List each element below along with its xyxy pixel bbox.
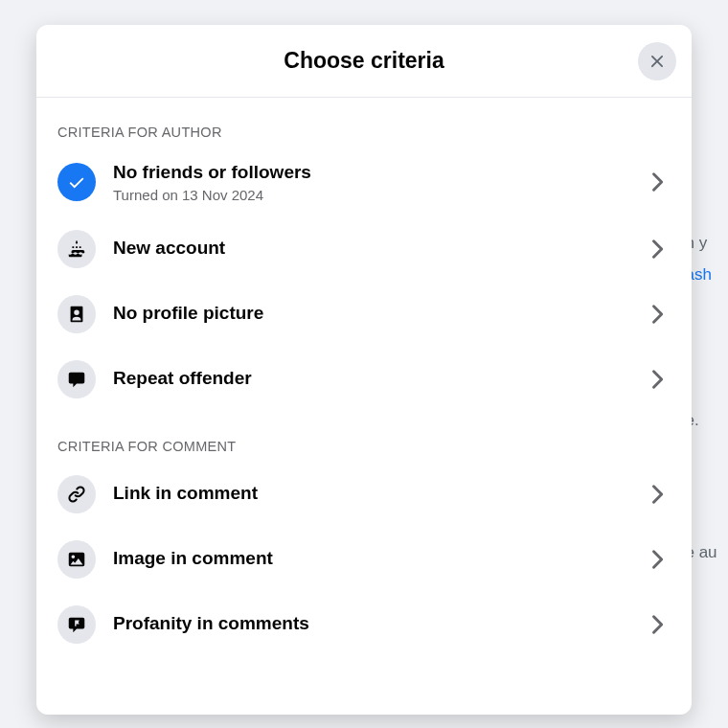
modal-body[interactable]: CRITERIA FOR AUTHOR No friends or follow… xyxy=(36,98,692,715)
row-label: Profanity in comments xyxy=(113,612,638,636)
chevron-right-icon xyxy=(644,546,671,573)
chevron-right-icon xyxy=(644,481,671,508)
close-button[interactable] xyxy=(638,42,676,80)
criteria-row-profanity[interactable]: Profanity in comments xyxy=(36,592,692,657)
row-label: Repeat offender xyxy=(113,367,638,391)
chevron-right-icon xyxy=(644,301,671,328)
criteria-row-no-picture[interactable]: No profile picture xyxy=(36,282,692,347)
close-icon xyxy=(647,51,668,72)
row-label: No profile picture xyxy=(113,302,638,326)
link-icon xyxy=(57,475,96,513)
row-label: No friends or followers xyxy=(113,161,638,185)
section-heading-comment: CRITERIA FOR COMMENT xyxy=(36,412,692,462)
chevron-right-icon xyxy=(644,236,671,262)
chevron-right-icon xyxy=(644,169,671,195)
row-label: New account xyxy=(113,237,638,261)
criteria-row-no-friends[interactable]: No friends or followers Turned on 13 Nov… xyxy=(36,148,692,216)
speech-x-icon xyxy=(57,360,96,398)
modal-header: Choose criteria xyxy=(36,25,692,98)
row-label: Link in comment xyxy=(113,482,638,506)
chevron-right-icon xyxy=(644,611,671,638)
speech-flag-icon xyxy=(57,605,96,644)
row-sublabel: Turned on 13 Nov 2024 xyxy=(113,187,638,203)
check-circle-icon xyxy=(57,163,96,201)
criteria-row-new-account[interactable]: New account xyxy=(36,216,692,282)
image-icon xyxy=(57,540,96,579)
page-backdrop: t on y dash ge. be au Choose criteria CR… xyxy=(0,0,728,728)
criteria-modal: Choose criteria CRITERIA FOR AUTHOR No f… xyxy=(36,25,692,715)
criteria-row-repeat-offender[interactable]: Repeat offender xyxy=(36,347,692,412)
chevron-right-icon xyxy=(644,366,671,393)
silhouette-icon xyxy=(57,295,96,333)
section-heading-author: CRITERIA FOR AUTHOR xyxy=(36,98,692,148)
cake-icon xyxy=(57,230,96,268)
row-label: Image in comment xyxy=(113,547,638,571)
criteria-row-image-comment[interactable]: Image in comment xyxy=(36,527,692,592)
criteria-row-link-comment[interactable]: Link in comment xyxy=(36,462,692,527)
modal-title: Choose criteria xyxy=(284,48,444,74)
